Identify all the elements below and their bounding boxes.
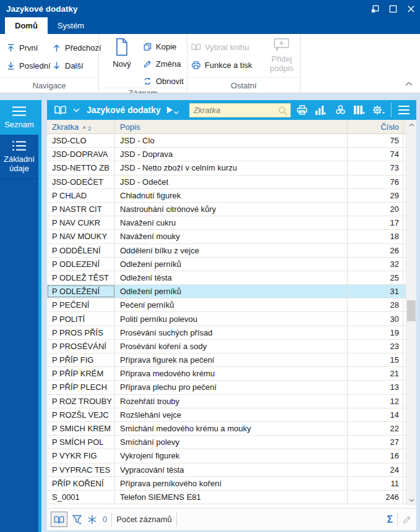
table-row[interactable]: JSD-NETTO ZBJSD - Netto zboží v celním k…	[47, 161, 416, 175]
table-row[interactable]: PŘÍP KOŘENÍPříprava perníkového koření11	[47, 477, 416, 491]
table-row[interactable]: JSD-ODEČETJSD - Odečet76	[47, 175, 416, 189]
cell-cislo: 15	[348, 353, 403, 366]
copy-button[interactable]: Kopie	[143, 40, 184, 53]
column-header-cislo[interactable]: Číslo	[348, 120, 403, 133]
cell-cislo: 21	[348, 367, 403, 380]
table-row[interactable]: P VYKR FIGVykrojení figurek16	[47, 449, 416, 463]
toolbar-separator	[391, 103, 392, 117]
filter-button[interactable]	[72, 514, 83, 525]
titlebar: Jazykové dodatky	[0, 0, 420, 17]
close-button[interactable]	[402, 0, 420, 17]
table-row[interactable]: P ODLEŽ TĚSTOdležení těsta25	[47, 271, 416, 285]
table-row[interactable]: P SMÍCH POLSmíchání polevy27	[47, 436, 416, 449]
cell-zkratka: P ROZ TROUBY	[47, 395, 115, 408]
hamburger-icon	[11, 106, 27, 117]
table-row[interactable]: P NAV CUKRNavážení cukru17	[47, 216, 416, 230]
table-row[interactable]: P NAV MOUKYNavážení mouky18	[47, 230, 416, 243]
select-book-label: Vybrat knihu	[205, 43, 249, 52]
frozen-filter-button[interactable]	[87, 515, 97, 525]
printer-icon	[191, 61, 201, 70]
book-view-toggle[interactable]	[51, 512, 67, 527]
sidebar-item-zakladni-udaje[interactable]: Základní údaje	[0, 135, 38, 179]
restore-button[interactable]	[366, 0, 384, 17]
columns-button[interactable]	[351, 102, 367, 118]
column-header-popis[interactable]: Popis	[115, 120, 348, 133]
last-button[interactable]: Poslední	[6, 59, 52, 72]
vertical-scrollbar[interactable]	[406, 120, 416, 505]
cell-popis: Odležení perníků	[115, 285, 348, 298]
table-row[interactable]: P PEČENÍPečení perníků28	[47, 298, 416, 312]
next-button[interactable]: Další	[52, 59, 105, 72]
list-icon	[11, 140, 27, 151]
change-label: Změna	[156, 59, 181, 69]
previous-button[interactable]: Předchozí	[52, 41, 105, 54]
settings-button[interactable]	[371, 102, 387, 118]
analysis-button[interactable]	[332, 102, 348, 118]
column-header-zkratka[interactable]: Zkratka ▲ 2	[47, 120, 115, 133]
table-row[interactable]: P PROS PŘÍSProsévání suchých přísad19	[47, 326, 416, 340]
table-row[interactable]: P PŘÍP PLECHPříprava plechu pro pečení13	[47, 381, 416, 394]
table-row[interactable]: P NASTR CITNastrouhání citrónové kůry20	[47, 203, 416, 216]
menu-button[interactable]	[396, 102, 412, 118]
collapse-ribbon-button[interactable]	[405, 77, 413, 88]
change-button[interactable]: Změna	[143, 57, 184, 70]
cell-zkratka: JSD-CLO	[47, 134, 115, 147]
first-button[interactable]: První	[6, 41, 52, 54]
cell-zkratka: P ODLEŽ TĚST	[47, 271, 115, 284]
table-row[interactable]: P ROZ TROUBYRozehřátí trouby12	[47, 395, 416, 408]
copy-label: Kopie	[156, 42, 176, 51]
add-signature-label: Přidej podpis	[264, 54, 300, 73]
table-row[interactable]: P POLITÍPolití perníku polevou30	[47, 312, 416, 326]
print-button[interactable]	[294, 102, 310, 118]
pencil-icon	[143, 59, 152, 69]
scroll-up-button[interactable]	[406, 120, 416, 130]
functions-print-button[interactable]: Funkce a tisk	[191, 58, 262, 72]
tab-domu[interactable]: Domů	[5, 17, 48, 34]
table-row[interactable]: P ODLEZENÍOdležení perníků32	[47, 258, 416, 271]
cell-zkratka: P ODLEZENÍ	[47, 258, 115, 271]
refresh-button[interactable]: Obnovit	[143, 74, 184, 88]
cell-zkratka: P CHLAD	[47, 189, 115, 202]
run-filter-button[interactable]	[166, 106, 179, 114]
sum-button[interactable]: Σ	[387, 514, 393, 525]
edit-button[interactable]	[402, 515, 412, 525]
cell-cislo: 76	[348, 175, 403, 188]
records-count-label[interactable]: Počet záznamů	[116, 515, 172, 524]
cell-popis: Příprava plechu pro pečení	[115, 381, 348, 394]
cell-zkratka: PŘÍP KOŘENÍ	[47, 477, 115, 490]
cell-zkratka: S_0001	[47, 491, 115, 504]
table-row[interactable]: P ROZŠL VEJCRozšlehání vejce14	[47, 408, 416, 422]
table-row[interactable]: P PŘÍP FIGPříprava figurek na pečení15	[47, 353, 416, 367]
table-row[interactable]: P PROSÉVÁNÍProsévání koření a sody23	[47, 340, 416, 353]
book-menu-button[interactable]	[52, 102, 68, 118]
add-signature-button[interactable]: Přidej podpis	[264, 34, 300, 77]
cell-popis: Vypracování těsta	[115, 463, 348, 476]
sidebar-item-zakladni-udaje-label: Základní údaje	[4, 154, 35, 173]
sidebar-item-seznam[interactable]: Seznam	[0, 100, 38, 135]
cell-popis: Pečení perníků	[115, 298, 348, 311]
chart-button[interactable]	[313, 102, 329, 118]
cell-cislo: 14	[348, 408, 403, 421]
table-row[interactable]: JSD-CLOJSD - Clo75	[47, 134, 416, 148]
table-row[interactable]: JSD-DOPRAVAJSD - Doprava74	[47, 148, 416, 161]
list-dropdown-button[interactable]	[71, 102, 81, 118]
cell-zkratka: P PEČENÍ	[47, 298, 115, 311]
search-input[interactable]	[190, 106, 290, 115]
scroll-down-button[interactable]	[406, 496, 416, 505]
table-row[interactable]: P VYPRAC TESVypracování těsta24	[47, 463, 416, 477]
select-book-button[interactable]: Vybrat knihu	[191, 40, 262, 54]
sort-order-badge: 2	[88, 125, 91, 132]
cell-popis: Oddělení bílku z vejce	[115, 244, 348, 257]
table-row[interactable]: P ODLEŽENÍOdležení perníků31	[47, 285, 416, 298]
new-button[interactable]: Nový	[107, 37, 137, 88]
table-row[interactable]: P PŘÍP KRÉMPříprava medového krému21	[47, 367, 416, 381]
table-row[interactable]: P SMICH KREMSmíchání medového krému a mo…	[47, 422, 416, 436]
cell-zkratka: P PROSÉVÁNÍ	[47, 340, 115, 353]
table-row[interactable]: P ODDĚLENÍOddělení bílku z vejce26	[47, 244, 416, 258]
printer-icon	[296, 104, 308, 116]
tab-system[interactable]: Systém	[48, 17, 94, 34]
table-row[interactable]: P CHLADChladnutí figurek29	[47, 189, 416, 203]
maximize-button[interactable]	[384, 0, 402, 17]
table-row[interactable]: S_0001Telefon SIEMENS E81246	[47, 491, 416, 504]
scrollbar-thumb[interactable]	[407, 300, 416, 321]
